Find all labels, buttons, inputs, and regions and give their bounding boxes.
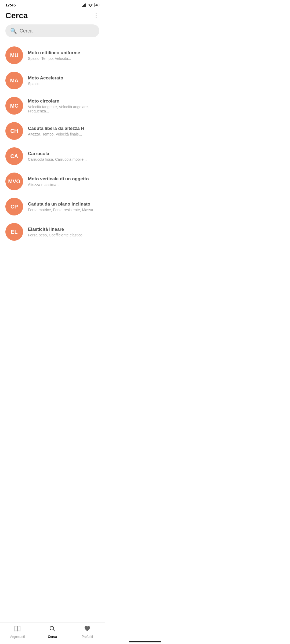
list-item[interactable]: MC Moto circolare Velocità tangente, Vel… (0, 93, 105, 118)
avatar-ma: MA (5, 72, 23, 89)
status-time: 17:45 (5, 3, 16, 7)
item-title: Moto verticale di un oggetto (28, 176, 99, 182)
search-bar[interactable]: 🔍 (5, 24, 99, 37)
list-item[interactable]: CP Caduta da un piano inclinato Forza mo… (0, 194, 105, 219)
item-text: Moto Accelerato Spazio... (28, 75, 99, 86)
item-title: Carrucola (28, 151, 99, 156)
list-item[interactable]: MA Moto Accelerato Spazio... (0, 68, 105, 93)
svg-rect-3 (85, 3, 86, 7)
search-input[interactable] (20, 28, 95, 34)
item-subtitle: Forza motrice, Forza resistente, Massa..… (28, 208, 99, 212)
avatar-mc: MC (5, 97, 23, 115)
svg-rect-1 (83, 5, 84, 7)
list-item[interactable]: CH Caduta libera da altezza H Altezza, T… (0, 118, 105, 144)
search-icon: 🔍 (10, 28, 17, 34)
list-item[interactable]: MVO Moto verticale di un oggetto Altezza… (0, 169, 105, 194)
list-item[interactable]: CA Carrucola Carrucola fissa, Carrucola … (0, 144, 105, 169)
avatar-ca: CA (5, 147, 23, 165)
wifi-icon (88, 3, 93, 7)
battery-icon: 37 (94, 3, 99, 7)
item-text: Elasticità lineare Forza peso, Coefficie… (28, 227, 99, 237)
item-subtitle: Forza peso, Coefficiente elastico... (28, 233, 99, 237)
svg-rect-2 (84, 4, 85, 7)
item-subtitle: Altezza, Tempo, Velocità finale... (28, 132, 99, 136)
item-text: Moto circolare Velocità tangente, Veloci… (28, 98, 99, 113)
item-subtitle: Spazio, Tempo, Velocità... (28, 56, 99, 61)
item-title: Moto circolare (28, 98, 99, 104)
header: Cerca ⋮ (0, 9, 105, 24)
signal-icon (82, 3, 87, 7)
list-item[interactable]: MU Moto rettilineo uniforme Spazio, Temp… (0, 43, 105, 68)
status-icons: 37 (82, 3, 99, 7)
avatar-cp: CP (5, 198, 23, 215)
search-bar-container: 🔍 (0, 24, 105, 43)
item-subtitle: Spazio... (28, 82, 99, 86)
item-text: Carrucola Carrucola fissa, Carrucola mob… (28, 151, 99, 162)
list-container: MU Moto rettilineo uniforme Spazio, Temp… (0, 43, 105, 266)
item-title: Moto rettilineo uniforme (28, 50, 99, 56)
item-subtitle: Altezza massima... (28, 182, 99, 187)
item-text: Caduta libera da altezza H Altezza, Temp… (28, 126, 99, 136)
svg-rect-0 (82, 6, 83, 7)
item-title: Caduta libera da altezza H (28, 126, 99, 131)
avatar-ch: CH (5, 122, 23, 140)
item-title: Elasticità lineare (28, 227, 99, 232)
item-subtitle: Velocità tangente, Velocità angolare, Fr… (28, 105, 99, 113)
avatar-mvo: MVO (5, 173, 23, 190)
avatar-mu: MU (5, 46, 23, 64)
item-text: Moto rettilineo uniforme Spazio, Tempo, … (28, 50, 99, 61)
list-item[interactable]: EL Elasticità lineare Forza peso, Coeffi… (0, 219, 105, 244)
item-subtitle: Carrucola fissa, Carrucola mobile... (28, 157, 99, 162)
avatar-el: EL (5, 223, 23, 241)
more-options-button[interactable]: ⋮ (93, 12, 99, 19)
item-text: Caduta da un piano inclinato Forza motri… (28, 202, 99, 212)
status-bar: 17:45 37 (0, 0, 105, 9)
item-text: Moto verticale di un oggetto Altezza mas… (28, 176, 99, 187)
page-title: Cerca (5, 11, 28, 20)
item-title: Moto Accelerato (28, 75, 99, 81)
item-title: Caduta da un piano inclinato (28, 202, 99, 207)
